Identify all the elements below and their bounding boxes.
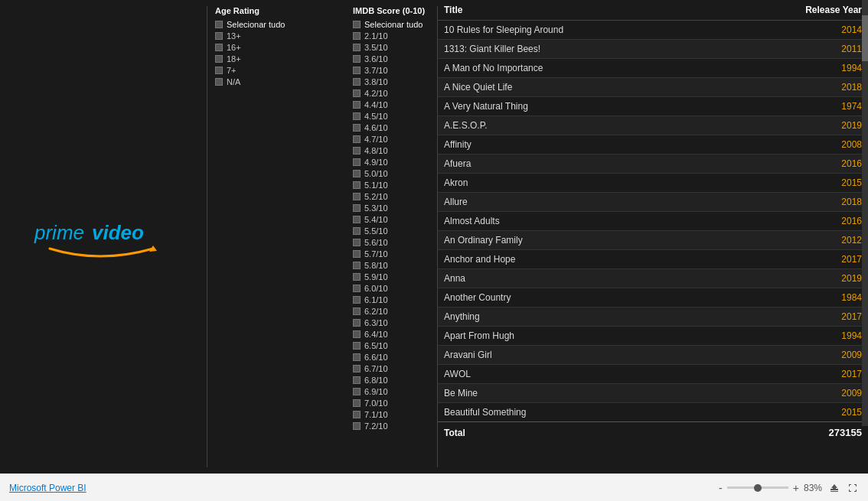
col-year-header[interactable]: Release Year	[720, 0, 868, 21]
zoom-slider[interactable]	[727, 486, 788, 489]
imdb-item-28[interactable]: 6.6/10	[353, 353, 429, 362]
svg-rect-4	[830, 491, 838, 492]
table-row: Affinity2008	[438, 135, 868, 155]
imdb-item-1[interactable]: 3.5/10	[353, 43, 429, 52]
export-icon[interactable]	[828, 482, 840, 494]
imdb-item-21[interactable]: 5.9/10	[353, 272, 429, 281]
imdb-item-3[interactable]: 3.7/10	[353, 66, 429, 75]
imdb-item-31[interactable]: 6.9/10	[353, 387, 429, 396]
imdb-item-34[interactable]: 7.2/10	[353, 421, 429, 431]
age-rating-checkbox-7[interactable]	[215, 67, 223, 74]
table-cell-title[interactable]: Beautiful Something	[438, 403, 720, 422]
table-cell-title[interactable]: An Ordinary Family	[438, 231, 720, 250]
table-header-row: Title Release Year	[438, 0, 868, 21]
imdb-item-20[interactable]: 5.8/10	[353, 261, 429, 270]
table-cell-title[interactable]: 10 Rules for Sleeping Around	[438, 21, 720, 40]
table-row: Almost Adults2016	[438, 212, 868, 231]
imdb-item-10[interactable]: 4.8/10	[353, 146, 429, 155]
table-cell-title[interactable]: A Very Natural Thing	[438, 97, 720, 116]
age-rating-label-18: 18+	[227, 54, 241, 63]
imdb-item-11[interactable]: 4.9/10	[353, 158, 429, 167]
bottom-right-controls: - + 83%	[717, 482, 859, 494]
age-rating-checkbox-16[interactable]	[215, 44, 223, 51]
age-rating-checkbox-all[interactable]	[215, 21, 223, 28]
imdb-item-23[interactable]: 6.1/10	[353, 295, 429, 304]
imdb-item-6[interactable]: 4.4/10	[353, 100, 429, 109]
table-cell-year: 1994	[720, 327, 868, 346]
imdb-item-12[interactable]: 5.0/10	[353, 169, 429, 178]
age-rating-checkbox-13[interactable]	[215, 32, 223, 40]
age-rating-item-7[interactable]: 7+	[215, 66, 345, 75]
age-rating-item-16[interactable]: 16+	[215, 43, 345, 52]
imdb-item-2[interactable]: 3.6/10	[353, 54, 429, 63]
imdb-item-7[interactable]: 4.5/10	[353, 112, 429, 121]
table-cell-title[interactable]: Another Country	[438, 288, 720, 307]
imdb-item-18[interactable]: 5.6/10	[353, 238, 429, 247]
table-cell-title[interactable]: Akron	[438, 174, 720, 193]
imdb-item-33[interactable]: 7.1/10	[353, 410, 429, 419]
age-rating-item-na[interactable]: N/A	[215, 77, 345, 86]
imdb-item-29[interactable]: 6.7/10	[353, 364, 429, 373]
table-cell-title[interactable]: Anna	[438, 269, 720, 288]
age-rating-label-na: N/A	[227, 77, 240, 86]
imdb-item-24[interactable]: 6.2/10	[353, 307, 429, 316]
age-rating-select-all[interactable]: Selecionar tudo	[215, 20, 345, 29]
table-row: Anything2017	[438, 307, 868, 327]
table-cell-title[interactable]: Be Mine	[438, 384, 720, 403]
imdb-item-8[interactable]: 4.6/10	[353, 123, 429, 132]
imdb-item-19[interactable]: 5.7/10	[353, 249, 429, 259]
imdb-item-15[interactable]: 5.3/10	[353, 203, 429, 213]
table-cell-title[interactable]: Apart From Hugh	[438, 327, 720, 346]
table-cell-title[interactable]: Affinity	[438, 135, 720, 155]
age-rating-checkbox-18[interactable]	[215, 55, 223, 63]
table-row: Aravani Girl2009	[438, 346, 868, 365]
scroll-thumb[interactable]	[862, 15, 868, 61]
bottom-icons	[828, 482, 859, 494]
table-cell-title[interactable]: AWOL	[438, 365, 720, 384]
imdb-item-9[interactable]: 4.7/10	[353, 135, 429, 144]
imdb-item-26[interactable]: 6.4/10	[353, 330, 429, 339]
table-cell-title[interactable]: 1313: Giant Killer Bees!	[438, 40, 720, 59]
imdb-item-32[interactable]: 7.0/10	[353, 399, 429, 408]
age-rating-filter: Age Rating Selecionar tudo 13+ 16+ 18+ 7…	[215, 6, 345, 467]
fullscreen-icon[interactable]	[847, 482, 859, 494]
age-rating-checkbox-na[interactable]	[215, 78, 223, 86]
table-row: 10 Rules for Sleeping Around2014	[438, 21, 868, 40]
imdb-item-0[interactable]: 2.1/10	[353, 31, 429, 41]
age-rating-item-18[interactable]: 18+	[215, 54, 345, 63]
imdb-item-25[interactable]: 6.3/10	[353, 318, 429, 327]
imdb-item-14[interactable]: 5.2/10	[353, 192, 429, 201]
imdb-item-27[interactable]: 6.5/10	[353, 341, 429, 350]
zoom-plus-button[interactable]: +	[791, 482, 801, 494]
age-rating-item-13[interactable]: 13+	[215, 31, 345, 41]
table-cell-title[interactable]: Aravani Girl	[438, 346, 720, 365]
zoom-slider-thumb[interactable]	[754, 484, 762, 492]
table-cell-title[interactable]: Anchor and Hope	[438, 250, 720, 269]
table-cell-title[interactable]: Almost Adults	[438, 212, 720, 231]
total-value: 273155	[720, 422, 868, 444]
imdb-checkbox-all[interactable]	[353, 21, 361, 28]
table-cell-title[interactable]: Allure	[438, 193, 720, 212]
table-cell-title[interactable]: A Man of No Importance	[438, 59, 720, 78]
table-row: Allure2018	[438, 193, 868, 212]
imdb-item-4[interactable]: 3.8/10	[353, 77, 429, 86]
table-cell-year: 2015	[720, 174, 868, 193]
imdb-item-30[interactable]: 6.8/10	[353, 376, 429, 385]
imdb-item-13[interactable]: 5.1/10	[353, 181, 429, 190]
powerbi-link[interactable]: Microsoft Power BI	[9, 483, 86, 493]
col-title-header[interactable]: Title	[438, 0, 720, 21]
imdb-item-17[interactable]: 5.5/10	[353, 226, 429, 236]
table-cell-title[interactable]: A.E.S.O.P.	[438, 116, 720, 135]
imdb-item-16[interactable]: 5.4/10	[353, 215, 429, 224]
scrollbar[interactable]	[862, 0, 868, 426]
svg-marker-5	[831, 484, 837, 490]
table-cell-title[interactable]: Anything	[438, 307, 720, 327]
imdb-item-22[interactable]: 6.0/10	[353, 284, 429, 293]
table-row: A Very Natural Thing1974	[438, 97, 868, 116]
table-cell-title[interactable]: A Nice Quiet Life	[438, 78, 720, 97]
imdb-item-5[interactable]: 4.2/10	[353, 89, 429, 98]
imdb-select-all[interactable]: Selecionar tudo	[353, 20, 429, 29]
table-row: An Ordinary Family2012	[438, 231, 868, 250]
table-cell-title[interactable]: Afuera	[438, 155, 720, 174]
zoom-minus-button[interactable]: -	[717, 482, 724, 494]
